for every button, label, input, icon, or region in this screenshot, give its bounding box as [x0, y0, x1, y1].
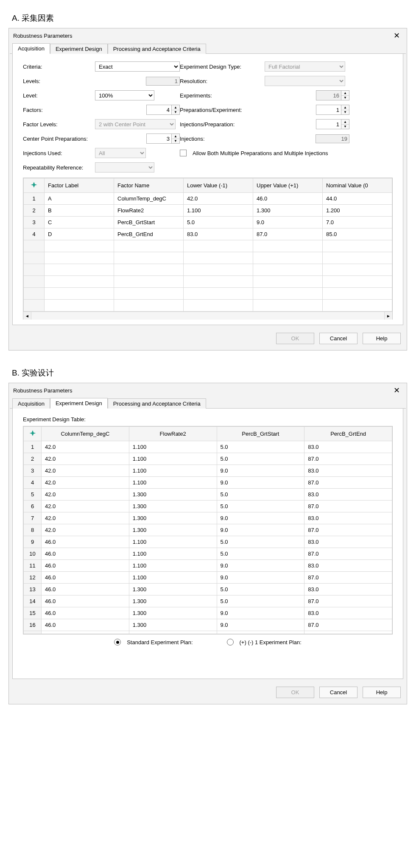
table-row[interactable]: [24, 276, 392, 288]
value-cell[interactable]: 46.0: [42, 572, 129, 584]
table-row[interactable]: [24, 252, 392, 264]
value-cell[interactable]: 9.0: [217, 465, 304, 477]
value-cell[interactable]: 87.0: [304, 619, 392, 631]
value-cell[interactable]: 1.100: [129, 477, 217, 489]
table-row[interactable]: 842.01.3009.087.0: [24, 524, 392, 536]
table-row[interactable]: 1AColumnTemp_degC42.046.044.0: [24, 193, 392, 205]
value-cell[interactable]: 46.0: [42, 607, 129, 619]
value-cell[interactable]: 1.100: [129, 465, 217, 477]
table-row[interactable]: 4DPercB_GrtEnd83.087.085.0: [24, 228, 392, 240]
column-header[interactable]: FlowRate2: [129, 427, 217, 441]
value-cell[interactable]: 1.300: [129, 595, 217, 607]
value-cell[interactable]: 1.300: [129, 501, 217, 512]
table-row[interactable]: 1246.01.1009.087.0: [24, 572, 392, 584]
value-cell[interactable]: 1.100: [129, 441, 217, 453]
table-row[interactable]: [24, 288, 392, 300]
tab-processing[interactable]: Processing and Acceptance Criteria: [108, 44, 206, 54]
tab-experiment-design[interactable]: Experiment Design: [50, 44, 108, 54]
factor-name-cell[interactable]: FlowRate2: [114, 205, 184, 217]
column-header[interactable]: Lower Value (-1): [184, 178, 253, 193]
value-cell[interactable]: 42.0: [42, 501, 129, 512]
value-cell[interactable]: 5.0: [217, 501, 304, 512]
value-cell[interactable]: 1.300: [129, 512, 217, 524]
value-cell[interactable]: 87.0: [304, 548, 392, 560]
nominal-value-cell[interactable]: 44.0: [323, 193, 392, 205]
value-cell[interactable]: 5.0: [217, 489, 304, 501]
criteria-select[interactable]: Exact: [95, 61, 180, 72]
prep-per-exp-spinner[interactable]: ▲▼: [316, 105, 349, 115]
value-cell[interactable]: 42.0: [42, 441, 129, 453]
factor-label-cell[interactable]: A: [45, 193, 114, 205]
factor-label-cell[interactable]: D: [45, 228, 114, 240]
value-cell[interactable]: 83.0: [304, 536, 392, 548]
upper-value-cell[interactable]: 9.0: [253, 217, 323, 228]
lower-value-cell[interactable]: 5.0: [184, 217, 253, 228]
plusminus-plan-radio[interactable]: [227, 639, 234, 645]
value-cell[interactable]: 46.0: [42, 536, 129, 548]
column-header[interactable]: Factor Name: [114, 178, 184, 193]
tab-acquisition[interactable]: Acquisition: [12, 43, 50, 54]
value-cell[interactable]: 42.0: [42, 477, 129, 489]
ok-button[interactable]: OK: [276, 333, 314, 344]
lower-value-cell[interactable]: 42.0: [184, 193, 253, 205]
value-cell[interactable]: 5.0: [217, 536, 304, 548]
allow-both-checkbox[interactable]: [180, 150, 187, 156]
value-cell[interactable]: 83.0: [304, 465, 392, 477]
value-cell[interactable]: 1.300: [129, 524, 217, 536]
table-row[interactable]: 2BFlowRate21.1001.3001.200: [24, 205, 392, 217]
value-cell[interactable]: 1.100: [129, 572, 217, 584]
cancel-button[interactable]: Cancel: [319, 687, 358, 698]
table-scrollbar[interactable]: ◄ ►: [23, 312, 392, 320]
exp-design-type-select[interactable]: Full Factorial: [265, 61, 345, 72]
table-row[interactable]: 542.01.3005.083.0: [24, 489, 392, 501]
value-cell[interactable]: 83.0: [304, 607, 392, 619]
table-row[interactable]: 442.01.1009.087.0: [24, 477, 392, 489]
value-cell[interactable]: 5.0: [217, 441, 304, 453]
table-row[interactable]: 1146.01.1009.083.0: [24, 560, 392, 572]
lower-value-cell[interactable]: 1.100: [184, 205, 253, 217]
value-cell[interactable]: 42.0: [42, 453, 129, 465]
upper-value-cell[interactable]: 87.0: [253, 228, 323, 240]
value-cell[interactable]: 87.0: [304, 524, 392, 536]
factor-label-cell[interactable]: C: [45, 217, 114, 228]
table-row[interactable]: 1446.01.3005.087.0: [24, 595, 392, 607]
column-header[interactable]: Upper Value (+1): [253, 178, 323, 193]
value-cell[interactable]: 1.300: [129, 584, 217, 595]
table-row[interactable]: 642.01.3005.087.0: [24, 501, 392, 512]
ok-button[interactable]: OK: [276, 687, 314, 698]
value-cell[interactable]: 83.0: [304, 512, 392, 524]
table-row[interactable]: [24, 264, 392, 276]
value-cell[interactable]: 87.0: [304, 453, 392, 465]
value-cell[interactable]: 42.0: [42, 512, 129, 524]
value-cell[interactable]: 5.0: [217, 453, 304, 465]
upper-value-cell[interactable]: 46.0: [253, 193, 323, 205]
cancel-button[interactable]: Cancel: [319, 333, 358, 344]
table-row[interactable]: [24, 300, 392, 312]
value-cell[interactable]: 87.0: [304, 595, 392, 607]
value-cell[interactable]: 5.0: [217, 584, 304, 595]
tab-acquisition[interactable]: Acquisition: [12, 398, 50, 409]
value-cell[interactable]: 87.0: [304, 501, 392, 512]
level-select[interactable]: 100%: [95, 90, 154, 100]
factor-levels-select[interactable]: 2 with Center Point: [95, 119, 176, 129]
value-cell[interactable]: 46.0: [42, 560, 129, 572]
close-icon[interactable]: ✕: [391, 31, 402, 40]
nominal-value-cell[interactable]: 7.0: [323, 217, 392, 228]
table-row[interactable]: 1546.01.3009.083.0: [24, 607, 392, 619]
value-cell[interactable]: 9.0: [217, 560, 304, 572]
factor-name-cell[interactable]: PercB_GrtEnd: [114, 228, 184, 240]
help-button[interactable]: Help: [363, 687, 401, 698]
value-cell[interactable]: 87.0: [304, 572, 392, 584]
upper-value-cell[interactable]: 1.300: [253, 205, 323, 217]
value-cell[interactable]: 83.0: [304, 441, 392, 453]
column-header[interactable]: Nominal Value (0: [323, 178, 392, 193]
value-cell[interactable]: 46.0: [42, 619, 129, 631]
value-cell[interactable]: 1.300: [129, 607, 217, 619]
lower-value-cell[interactable]: 83.0: [184, 228, 253, 240]
value-cell[interactable]: 9.0: [217, 607, 304, 619]
center-point-spinner[interactable]: ▲▼: [146, 134, 180, 144]
table-row[interactable]: 142.01.1005.083.0: [24, 441, 392, 453]
value-cell[interactable]: 1.100: [129, 560, 217, 572]
injections-used-select[interactable]: All: [95, 148, 146, 158]
standard-plan-radio[interactable]: [114, 639, 121, 645]
